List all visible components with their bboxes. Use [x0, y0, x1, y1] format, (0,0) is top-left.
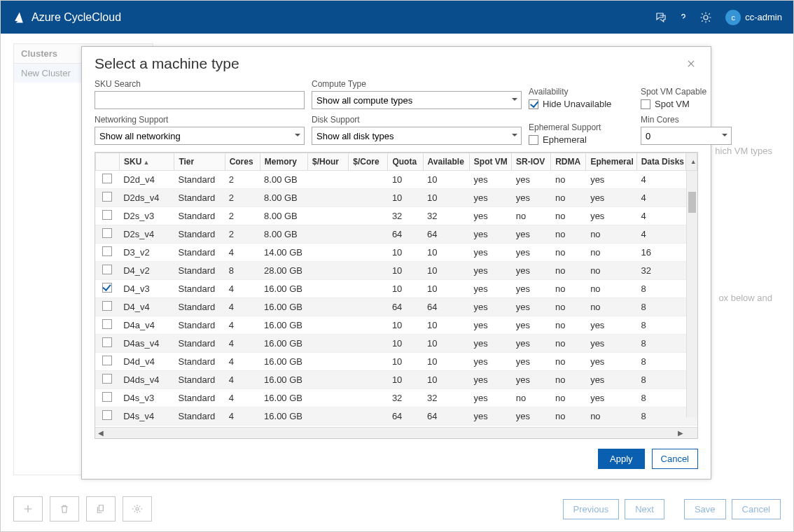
- cell-price-hour: [307, 407, 348, 426]
- row-checkbox[interactable]: [102, 174, 112, 183]
- col-ephemeral[interactable]: Ephemeral: [586, 153, 636, 171]
- row-checkbox[interactable]: [102, 392, 112, 402]
- row-checkbox[interactable]: [102, 374, 112, 384]
- row-checkbox[interactable]: [102, 265, 112, 274]
- min-cores-select[interactable]: [641, 127, 732, 145]
- table-row[interactable]: D4s_v3Standard416.00 GB3232yesnonoyes8: [95, 389, 697, 407]
- compute-type-select[interactable]: [312, 91, 522, 109]
- cell-tier: Standard: [174, 389, 225, 407]
- cell-rdma: no: [551, 371, 586, 389]
- cell-cores: 4: [225, 389, 260, 407]
- table-row[interactable]: D2d_v4Standard28.00 GB1010yesyesnoyes4: [95, 171, 697, 189]
- row-checkbox[interactable]: [102, 228, 112, 238]
- cell-sku: D3_v2: [119, 244, 174, 262]
- avatar[interactable]: c: [725, 10, 741, 25]
- row-checkbox[interactable]: [102, 410, 112, 420]
- table-row[interactable]: D4_v3Standard416.00 GB1010yesyesnono8: [95, 280, 697, 298]
- col-available[interactable]: Available: [423, 153, 469, 171]
- cell-rdma: no: [551, 262, 586, 280]
- cell-disks: 8: [636, 371, 685, 389]
- cell-spot: yes: [469, 171, 511, 189]
- cell-memory: 8.00 GB: [260, 207, 307, 225]
- cell-price-core: [349, 171, 388, 189]
- table-row[interactable]: D4_v4Standard416.00 GB6464yesyesnono8: [95, 298, 697, 316]
- cell-available: 64: [423, 407, 469, 426]
- cell-ephemeral: yes: [586, 335, 636, 353]
- horizontal-scrollbar[interactable]: ◀ ▶: [95, 427, 697, 438]
- row-checkbox[interactable]: [102, 246, 112, 256]
- disk-select[interactable]: [312, 127, 522, 145]
- col-sku[interactable]: SKU▲: [120, 153, 174, 171]
- close-icon[interactable]: [684, 57, 698, 71]
- col-spot[interactable]: Spot VM: [469, 153, 511, 171]
- cell-cores: 4: [225, 298, 260, 316]
- table-row[interactable]: D4as_v4Standard416.00 GB1010yesyesnoyes8: [95, 335, 697, 353]
- ephemeral-checkbox[interactable]: Ephemeral: [529, 134, 634, 145]
- sku-search-input[interactable]: [95, 91, 305, 109]
- cell-quota: 10: [388, 316, 423, 335]
- table-row[interactable]: D4ds_v4Standard416.00 GB1010yesyesnoyes8: [95, 371, 697, 389]
- cell-cores: 2: [225, 207, 260, 225]
- table-row[interactable]: D4d_v4Standard416.00 GB1010yesyesnoyes8: [95, 353, 697, 371]
- feedback-icon[interactable]: [650, 6, 672, 29]
- cell-price-hour: [307, 335, 348, 353]
- scroll-left-icon[interactable]: ◀: [98, 429, 104, 437]
- col-disks[interactable]: Data Disks: [636, 153, 685, 171]
- row-checkbox[interactable]: [102, 337, 112, 347]
- cell-price-core: [349, 280, 388, 298]
- cell-ephemeral: no: [586, 262, 636, 280]
- hide-unavailable-checkbox[interactable]: Hide Unavailable: [529, 99, 634, 109]
- scroll-right-icon[interactable]: ▶: [678, 429, 683, 437]
- row-checkbox[interactable]: [102, 283, 112, 293]
- cell-disks: 8: [636, 389, 685, 407]
- cell-price-hour: [307, 262, 348, 280]
- col-sriov[interactable]: SR-IOV: [512, 153, 551, 171]
- cell-ephemeral: no: [586, 407, 636, 426]
- col-memory[interactable]: Memory: [260, 153, 307, 171]
- col-tier[interactable]: Tier: [174, 153, 225, 171]
- table-row[interactable]: D4_v2Standard828.00 GB1010yesyesnono32: [95, 262, 697, 280]
- apply-button[interactable]: Apply: [598, 449, 645, 469]
- cell-price-core: [349, 262, 388, 280]
- cell-memory: 8.00 GB: [260, 225, 307, 244]
- row-checkbox[interactable]: [102, 210, 112, 220]
- ephemeral-label: Ephemeral Support: [529, 122, 634, 132]
- spot-vm-checkbox[interactable]: Spot VM: [641, 99, 732, 109]
- col-quota[interactable]: Quota: [388, 153, 423, 171]
- table-row[interactable]: D4s_v4Standard416.00 GB6464yesyesnono8: [95, 407, 697, 426]
- cell-price-core: [349, 389, 388, 407]
- vertical-scrollbar[interactable]: [686, 171, 697, 417]
- help-icon[interactable]: [672, 6, 695, 29]
- cell-spot: yes: [469, 335, 511, 353]
- cell-sku: D4s_v3: [119, 389, 174, 407]
- cell-disks: 8: [636, 335, 685, 353]
- col-price-hour[interactable]: $/Hour: [308, 153, 349, 171]
- table-row[interactable]: D2s_v3Standard28.00 GB3232yesnonoyes4: [95, 207, 697, 225]
- col-cores[interactable]: Cores: [225, 153, 260, 171]
- cell-memory: 16.00 GB: [260, 316, 307, 335]
- col-select[interactable]: [96, 153, 120, 171]
- cell-price-core: [349, 207, 388, 225]
- row-checkbox[interactable]: [102, 319, 112, 329]
- cell-available: 10: [423, 280, 469, 298]
- table-row[interactable]: D2ds_v4Standard28.00 GB1010yesyesnoyes4: [95, 189, 697, 207]
- row-checkbox[interactable]: [102, 356, 112, 365]
- cell-spot: yes: [469, 389, 511, 407]
- cancel-button[interactable]: Cancel: [652, 449, 698, 469]
- row-checkbox[interactable]: [102, 301, 112, 311]
- table-row[interactable]: D2s_v4Standard28.00 GB6464yesyesnono4: [95, 225, 697, 244]
- networking-select[interactable]: [95, 127, 305, 145]
- gear-icon[interactable]: [695, 6, 717, 29]
- cell-available: 10: [423, 335, 469, 353]
- cell-price-hour: [307, 298, 348, 316]
- col-price-core[interactable]: $/Core: [349, 153, 388, 171]
- table-row[interactable]: D4a_v4Standard416.00 GB1010yesyesnoyes8: [95, 316, 697, 335]
- row-checkbox[interactable]: [102, 192, 112, 202]
- scrollbar-thumb[interactable]: [688, 192, 696, 213]
- table-row[interactable]: D3_v2Standard414.00 GB1010yesyesnono16: [95, 244, 697, 262]
- col-rdma[interactable]: RDMA: [551, 153, 586, 171]
- cell-sriov: yes: [512, 353, 551, 371]
- cell-quota: 10: [388, 171, 423, 189]
- cell-tier: Standard: [174, 207, 225, 225]
- cell-spot: yes: [469, 280, 511, 298]
